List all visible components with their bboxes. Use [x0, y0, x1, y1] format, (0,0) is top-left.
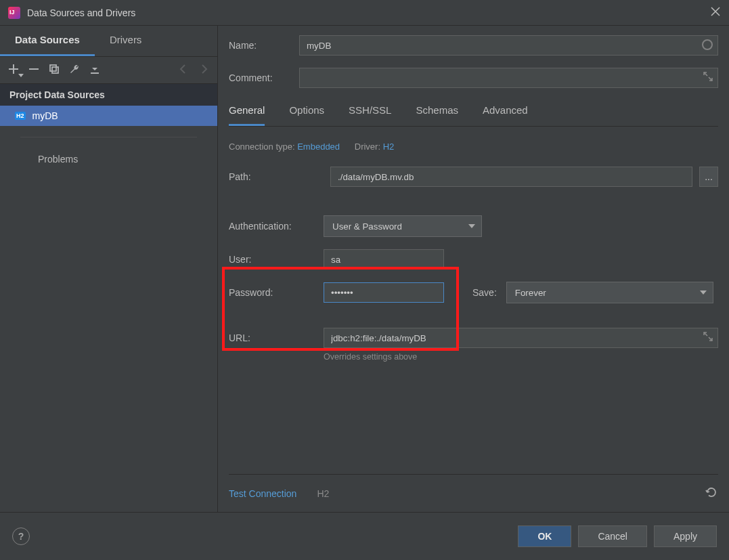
auth-label: Authentication: [229, 221, 324, 232]
conn-type-value[interactable]: Embedded [297, 142, 340, 152]
user-input[interactable] [324, 249, 444, 270]
tab-advanced[interactable]: Advanced [483, 100, 528, 126]
h2-icon: H2 [15, 112, 26, 120]
svg-rect-3 [50, 65, 56, 71]
apply-button[interactable]: Apply [654, 525, 717, 547]
tab-data-sources[interactable]: Data Sources [0, 26, 95, 56]
tab-options[interactable]: Options [289, 100, 324, 126]
svg-rect-4 [52, 67, 58, 73]
conn-type-label: Connection type: [229, 142, 295, 152]
test-driver-label: H2 [317, 488, 329, 499]
window-title: Data Sources and Drivers [27, 7, 135, 18]
tab-drivers[interactable]: Drivers [95, 26, 157, 56]
path-input[interactable] [330, 167, 692, 187]
app-logo-icon [8, 7, 20, 19]
tab-general[interactable]: General [229, 100, 265, 126]
save-label: Save: [472, 287, 497, 298]
url-hint: Overrides settings above [324, 352, 718, 362]
name-label: Name: [229, 40, 299, 51]
add-icon[interactable] [8, 64, 19, 77]
tab-ssh-ssl[interactable]: SSH/SSL [349, 100, 391, 126]
problems-item[interactable]: Problems [0, 148, 217, 170]
tree-item-label: myDB [32, 110, 58, 121]
comment-label: Comment: [229, 72, 299, 83]
test-connection-link[interactable]: Test Connection [229, 488, 296, 499]
copy-icon[interactable] [49, 64, 60, 77]
url-label: URL: [229, 332, 324, 343]
driver-label: Driver: [355, 142, 380, 152]
ok-button[interactable]: OK [518, 525, 571, 547]
password-label: Password: [229, 287, 324, 298]
separator [20, 137, 197, 137]
forward-icon[interactable] [198, 64, 209, 77]
driver-value[interactable]: H2 [383, 142, 395, 152]
comment-input[interactable] [299, 68, 718, 88]
remove-icon[interactable] [28, 64, 39, 77]
color-indicator-icon[interactable] [702, 39, 713, 50]
tree-item-mydb[interactable]: H2 myDB [0, 106, 217, 126]
password-input[interactable] [324, 282, 444, 303]
help-button[interactable]: ? [12, 527, 30, 545]
browse-button[interactable]: ... [699, 167, 718, 187]
revert-icon[interactable] [705, 486, 718, 501]
svg-rect-1 [9, 68, 18, 70]
section-header: Project Data Sources [0, 84, 217, 106]
close-icon[interactable] [710, 6, 721, 19]
user-label: User: [229, 254, 324, 265]
svg-rect-2 [29, 68, 39, 70]
path-label: Path: [229, 171, 324, 182]
expand-icon[interactable] [703, 72, 713, 83]
auth-select[interactable]: User & Password [324, 215, 482, 237]
wrench-icon[interactable] [69, 64, 80, 77]
import-icon[interactable] [89, 64, 100, 77]
cancel-button[interactable]: Cancel [578, 525, 647, 547]
name-input[interactable] [299, 35, 718, 56]
tab-schemas[interactable]: Schemas [416, 100, 458, 126]
back-icon[interactable] [178, 64, 189, 77]
save-select[interactable]: Forever [506, 282, 713, 303]
expand-icon[interactable] [703, 332, 713, 343]
url-input[interactable] [324, 328, 718, 348]
